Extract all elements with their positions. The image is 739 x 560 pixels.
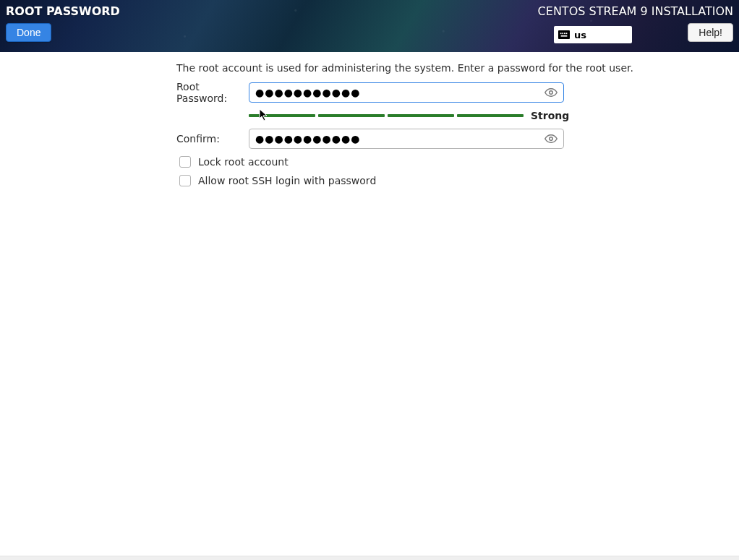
password-strength-meter [249,114,524,117]
eye-icon[interactable] [544,86,558,99]
keyboard-icon [558,30,570,39]
strength-seg-1 [249,114,315,117]
confirm-password-row: Confirm: [176,129,739,149]
confirm-password-label: Confirm: [176,133,249,145]
root-password-field-wrap[interactable] [249,82,564,103]
header-bar: ROOT PASSWORD CENTOS STREAM 9 INSTALLATI… [0,0,739,52]
root-password-label: Root Password: [176,81,249,104]
strength-seg-4 [457,114,524,117]
password-strength-label: Strong [531,110,569,121]
intro-text: The root account is used for administeri… [176,62,739,74]
lock-root-label[interactable]: Lock root account [198,156,289,168]
svg-rect-1 [560,33,562,34]
root-password-input[interactable] [255,87,544,98]
password-strength-row: Strong [249,110,739,121]
main-content: The root account is used for administeri… [0,52,739,186]
eye-icon[interactable] [544,132,558,145]
root-password-row: Root Password: [176,81,739,104]
svg-rect-3 [564,33,565,34]
bottom-bar [0,556,739,560]
svg-rect-2 [562,33,563,34]
lock-root-checkbox[interactable] [179,156,191,168]
keyboard-layout-label: us [574,30,586,40]
done-button[interactable]: Done [6,23,51,42]
svg-rect-4 [566,33,568,34]
allow-ssh-row: Allow root SSH login with password [179,175,739,186]
confirm-password-field-wrap[interactable] [249,129,564,149]
svg-rect-5 [561,35,568,37]
confirm-password-input[interactable] [255,133,544,145]
svg-rect-0 [559,32,569,38]
svg-point-7 [550,137,553,141]
svg-point-6 [550,91,553,95]
strength-seg-2 [318,114,385,117]
lock-root-row: Lock root account [179,156,739,168]
installer-title: CENTOS STREAM 9 INSTALLATION [538,4,733,18]
keyboard-layout-selector[interactable]: us [554,26,632,43]
allow-ssh-label[interactable]: Allow root SSH login with password [198,175,376,186]
allow-ssh-checkbox[interactable] [179,175,191,186]
strength-seg-3 [388,114,454,117]
help-button[interactable]: Help! [688,23,733,42]
